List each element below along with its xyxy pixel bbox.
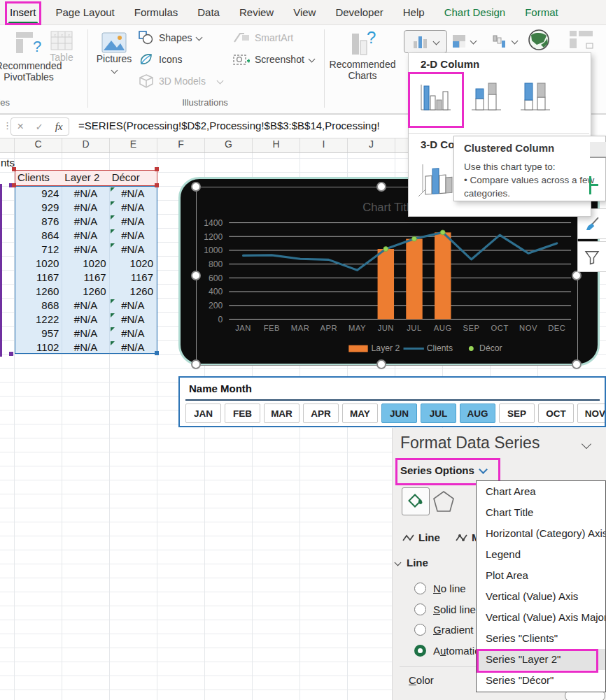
menu-tab-formulas[interactable]: Formulas [134, 6, 178, 18]
table-cell[interactable]: 1260 [110, 285, 157, 299]
maps-button[interactable] [527, 28, 551, 55]
chart-resize-handle[interactable] [191, 182, 201, 192]
chart-resize-handle[interactable] [572, 359, 582, 369]
slicer-button-jun[interactable]: JUN [381, 403, 417, 423]
table-header-cell[interactable]: Layer 2 [62, 171, 109, 185]
hundred-pct-stacked-column-option[interactable] [516, 78, 551, 114]
radio-icon[interactable] [414, 603, 426, 615]
table-body[interactable]: 924#N/A#N/A929#N/A#N/A876#N/A#N/A864#N/A… [15, 186, 157, 354]
table-cell[interactable]: 1222 [15, 313, 62, 327]
menu-tab-page-layout[interactable]: Page Layout [56, 6, 115, 18]
radio-option[interactable]: No line [414, 578, 480, 599]
effects-tab-button[interactable] [432, 490, 455, 513]
column-header-C[interactable]: C [15, 137, 62, 152]
slicer-button-nov[interactable]: NOV [577, 403, 606, 423]
column-header-E[interactable]: E [110, 137, 157, 152]
slicer-button-may[interactable]: MAY [342, 403, 378, 423]
column-header-D[interactable]: D [62, 137, 110, 152]
slicer-button-apr[interactable]: APR [303, 403, 339, 423]
smartart-button[interactable]: SmartArt [233, 27, 293, 48]
menu-tab-data[interactable]: Data [197, 6, 220, 18]
shapes-button[interactable]: Shapes [139, 27, 202, 48]
table-cell[interactable]: #N/A [110, 229, 157, 243]
dropdown-item[interactable]: Plot Area [477, 565, 605, 586]
column-header-H[interactable]: H [253, 137, 300, 152]
fill-line-tab-button[interactable] [402, 487, 430, 515]
table-header-cell[interactable]: Clients [15, 171, 62, 185]
column-header-I[interactable]: I [300, 137, 348, 152]
3d-clustered-column-option[interactable] [416, 162, 451, 198]
table-cell[interactable]: #N/A [62, 313, 109, 327]
table-cell[interactable]: 1020 [62, 257, 109, 271]
screenshot-button[interactable]: Screenshot [233, 48, 314, 70]
chart-resize-handle[interactable] [572, 271, 582, 280]
purple-handle[interactable] [9, 352, 13, 356]
dropdown-item[interactable]: Legend [477, 544, 605, 565]
column-header-G[interactable]: G [205, 137, 253, 152]
slicer-button-feb[interactable]: FEB [225, 403, 260, 423]
pivotchart-button[interactable] [568, 29, 595, 53]
table-cell[interactable]: 929 [15, 201, 62, 215]
chart-elements-plus-icon[interactable] [591, 184, 598, 186]
table-header-row[interactable]: ClientsLayer 2Décor [15, 170, 157, 186]
chart-filters-button[interactable] [577, 241, 606, 272]
table-button[interactable]: Table [46, 31, 77, 63]
fx-icon[interactable]: fx [55, 121, 63, 133]
column-header-J[interactable]: J [348, 137, 395, 152]
table-cell[interactable]: #N/A [110, 201, 157, 215]
3d-models-button[interactable]: 3D Models [139, 70, 223, 92]
table-cell[interactable]: 1260 [62, 285, 109, 299]
radio-option[interactable]: Solid line [414, 599, 480, 620]
recommended-charts-button[interactable]: ? Recommended Charts [326, 31, 399, 81]
table-cell[interactable]: #N/A [110, 187, 157, 201]
red-range-handle[interactable] [12, 167, 16, 171]
table-cell[interactable]: 864 [15, 229, 62, 243]
table-cell[interactable]: #N/A [62, 299, 109, 313]
radio-option[interactable]: Automatic [414, 641, 480, 662]
slicer-button-sep[interactable]: SEP [499, 403, 535, 423]
slicer-button-mar[interactable]: MAR [264, 403, 300, 423]
formula-input[interactable]: =SERIES(Processing!$D$2,Processing!$B$3:… [78, 120, 407, 131]
menu-tab-help[interactable]: Help [403, 6, 425, 18]
dropdown-item[interactable]: Chart Area [477, 481, 605, 502]
cancel-icon[interactable]: × [17, 120, 23, 133]
chevron-down-icon[interactable] [582, 439, 591, 449]
line-section-header[interactable]: Line [395, 557, 428, 569]
red-range-handle[interactable] [155, 167, 159, 171]
table-cell[interactable]: 1020 [15, 257, 62, 271]
table-cell[interactable]: #N/A [62, 201, 109, 215]
menu-tab-chart-design[interactable]: Chart Design [444, 6, 506, 18]
table-cell[interactable]: #N/A [110, 299, 157, 313]
table-cell[interactable]: #N/A [62, 327, 109, 341]
enter-icon[interactable]: ✓ [36, 122, 43, 132]
month-slicer[interactable]: Name Month JANFEBMARAPRMAYJUNJULAUGSEPOC… [178, 376, 606, 427]
table-cell[interactable]: 1260 [15, 285, 62, 299]
column-header-partial[interactable] [0, 137, 15, 152]
radio-option[interactable]: Gradient [414, 620, 480, 641]
line-tab[interactable]: Line [402, 531, 440, 543]
stacked-column-option[interactable] [467, 78, 502, 114]
red-range-handle[interactable] [12, 183, 16, 187]
table-cell[interactable]: #N/A [110, 215, 157, 229]
table-cell[interactable]: 1167 [15, 271, 62, 285]
slicer-button-aug[interactable]: AUG [460, 403, 495, 423]
pictures-button[interactable]: Pictures [97, 32, 132, 73]
vertical-scrollbar[interactable] [590, 142, 606, 158]
table-cell[interactable]: #N/A [110, 341, 157, 355]
table-cell[interactable]: 1020 [110, 257, 157, 271]
table-cell[interactable]: #N/A [110, 243, 157, 257]
table-cell[interactable]: #N/A [110, 313, 157, 327]
menu-tab-developer[interactable]: Developer [335, 6, 383, 18]
table-cell[interactable]: 957 [15, 327, 62, 341]
dropdown-item[interactable]: Chart Title [477, 502, 605, 523]
table-cell[interactable]: 712 [15, 243, 62, 257]
menu-tab-review[interactable]: Review [239, 6, 274, 18]
dropdown-item[interactable]: Vertical (Value) Axis Major [477, 607, 605, 628]
table-cell[interactable]: 924 [15, 187, 62, 201]
slicer-button-oct[interactable]: OCT [538, 403, 574, 423]
dropdown-item[interactable]: Horizontal (Category) Axis [477, 523, 605, 544]
menu-tab-format[interactable]: Format [525, 6, 558, 18]
radio-icon[interactable] [414, 624, 426, 636]
table-cell[interactable]: #N/A [110, 327, 157, 341]
chart-resize-handle[interactable] [376, 359, 386, 369]
